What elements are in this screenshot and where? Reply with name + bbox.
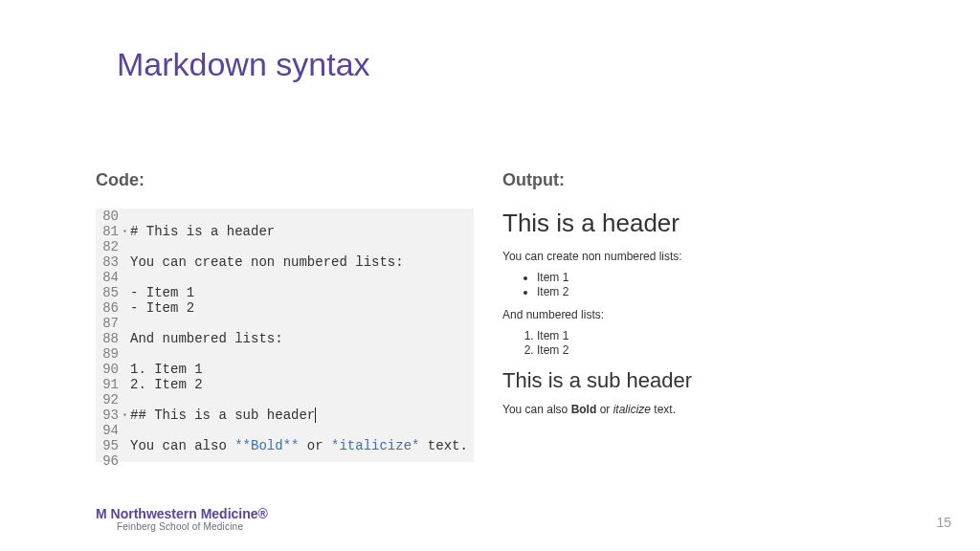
line-number: 91 [96,377,122,392]
footer-logo: M Northwestern Medicine® Feinberg School… [96,506,268,532]
output-section-label: Output: [502,170,565,190]
output-p1: You can create non numbered lists: [502,250,885,263]
fold-icon [122,392,130,408]
code-line: 94 [96,423,474,438]
code-text: ## This is a sub header [130,408,316,423]
output-p3-bold: Bold [571,403,597,416]
fold-icon [122,316,130,331]
output-p3: You can also Bold or italicize text. [502,403,885,416]
page-number: 15 [936,515,951,530]
fold-icon: ▾ [122,408,130,423]
fold-icon [122,285,130,300]
code-text: You can also **Bold** or *italicize* tex… [130,438,468,453]
code-section-label: Code: [96,170,145,190]
code-line: 912. Item 2 [96,377,474,392]
line-number: 90 [96,362,122,377]
fold-icon [122,331,130,346]
code-line: 84 [96,270,474,285]
code-text: 2. Item 2 [130,377,203,392]
output-p3-ital: italicize [613,403,651,416]
fold-icon [122,362,130,377]
code-line: 96 [96,453,474,469]
output-h1: This is a header [502,209,885,238]
line-number: 94 [96,423,122,438]
fold-icon [122,270,130,285]
line-number: 80 [96,209,122,224]
output-h2: This is a sub header [502,368,885,393]
fold-icon [122,254,130,270]
rendered-output: This is a header You can create non numb… [502,209,885,424]
code-line: 92 [96,392,474,408]
line-number: 96 [96,453,122,469]
footer-logo-sub: Feinberg School of Medicine [117,521,268,532]
list-item: Item 1 [537,271,885,284]
code-text: - Item 2 [130,300,194,316]
line-number: 88 [96,331,122,346]
line-number: 84 [96,270,122,285]
code-line: 901. Item 1 [96,362,474,377]
code-text: And numbered lists: [130,331,283,346]
line-number: 85 [96,285,122,300]
list-item: Item 1 [537,329,885,342]
fold-icon [122,423,130,438]
code-line: 86- Item 2 [96,300,474,316]
code-line: 83You can create non numbered lists: [96,254,474,270]
slide: Markdown syntax Code: Output: 8081▾# Thi… [0,0,980,551]
line-number: 87 [96,316,122,331]
code-text: - Item 1 [130,285,194,300]
code-line: 85- Item 1 [96,285,474,300]
code-line: 93▾## This is a sub header [96,408,474,423]
code-line: 88And numbered lists: [96,331,474,346]
line-number: 83 [96,254,122,270]
code-line: 80 [96,209,474,224]
output-ol: Item 1Item 2 [502,329,885,357]
fold-icon [122,377,130,392]
line-number: 93 [96,408,122,423]
line-number: 89 [96,346,122,362]
output-p3-b: or [596,403,612,416]
code-text: # This is a header [130,224,275,239]
list-item: Item 2 [537,343,885,357]
fold-icon [122,300,130,316]
output-p3-a: You can also [502,403,571,416]
output-ul: Item 1Item 2 [502,271,885,298]
line-number: 82 [96,239,122,254]
code-line: 89 [96,346,474,362]
line-number: 92 [96,392,122,408]
code-text: 1. Item 1 [130,362,203,377]
output-p2: And numbered lists: [502,308,885,321]
code-line: 81▾# This is a header [96,224,474,239]
fold-icon [122,438,130,453]
fold-icon [122,239,130,254]
fold-icon [122,209,130,224]
output-p3-c: text. [651,403,676,416]
slide-title: Markdown syntax [117,46,370,83]
code-line: 82 [96,239,474,254]
code-line: 95You can also **Bold** or *italicize* t… [96,438,474,453]
fold-icon: ▾ [122,224,130,239]
code-editor: 8081▾# This is a header8283You can creat… [96,209,474,462]
line-number: 81 [96,224,122,239]
code-text: You can create non numbered lists: [130,254,404,270]
fold-icon [122,346,130,362]
list-item: Item 2 [537,285,885,298]
line-number: 86 [96,300,122,316]
footer-logo-main: M Northwestern Medicine® [96,506,268,521]
line-number: 95 [96,438,122,453]
fold-icon [122,453,130,469]
code-line: 87 [96,316,474,331]
